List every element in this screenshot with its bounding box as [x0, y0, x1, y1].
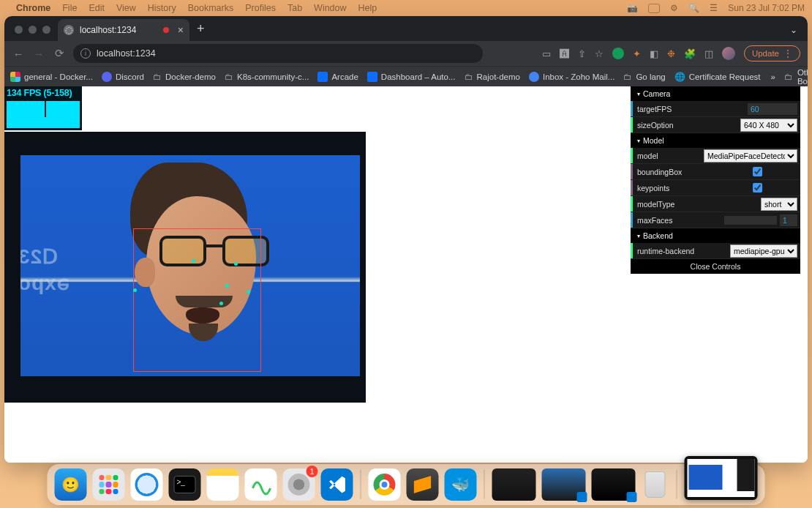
- tab-overflow-icon[interactable]: ⌄: [790, 25, 808, 41]
- bookmark-item[interactable]: general - Docker...: [10, 72, 93, 82]
- status-datetime[interactable]: Sun 23 Jul 7:02 PM: [728, 3, 805, 13]
- sidepanel-icon[interactable]: ◫: [704, 48, 713, 59]
- dock-chrome-icon[interactable]: [369, 468, 401, 501]
- gui-row-runtime: runtime-backend mediapipe-gpu: [631, 243, 800, 259]
- menu-tab[interactable]: Tab: [287, 3, 302, 13]
- url-text: localhost:1234: [97, 48, 156, 59]
- extensions-puzzle-icon[interactable]: 🧩: [684, 48, 696, 59]
- dock-window-stack[interactable]: [542, 468, 586, 501]
- gui-close-controls[interactable]: Close Controls: [631, 259, 800, 274]
- folder-icon: 🗀: [153, 72, 162, 82]
- sizeoption-select[interactable]: 640 X 480: [740, 119, 797, 132]
- maxfaces-input[interactable]: [780, 214, 797, 226]
- nav-reload-icon[interactable]: ⟳: [53, 47, 66, 60]
- bookmark-item[interactable]: Inbox - Zoho Mail...: [529, 72, 614, 82]
- maxfaces-slider[interactable]: [724, 216, 777, 225]
- gui-row-modeltype: modelType short: [631, 196, 800, 212]
- dock-launchpad-icon[interactable]: [93, 468, 125, 501]
- extension-icon[interactable]: ❉: [667, 48, 675, 59]
- face-keypoint: [225, 284, 229, 288]
- face-bounding-box: [133, 228, 261, 372]
- browser-tab[interactable]: ◌ localhost:1234 ×: [58, 19, 189, 41]
- gui-section-backend[interactable]: Backend: [631, 228, 800, 243]
- dock-settings-icon[interactable]: 1: [283, 468, 315, 501]
- window-traffic-lights[interactable]: [10, 26, 58, 41]
- status-search-icon[interactable]: 🔍: [688, 3, 699, 13]
- dock-window-stack[interactable]: [592, 468, 636, 501]
- menu-view[interactable]: View: [116, 3, 136, 13]
- chrome-window: ◌ localhost:1234 × + ⌄ ← → ⟳ i localhost…: [4, 16, 808, 463]
- bookmark-item[interactable]: 🌐Certificate Request: [674, 72, 761, 82]
- bookmark-item[interactable]: Dashboard – Auto...: [367, 72, 456, 82]
- chrome-update-button[interactable]: Update⋮: [744, 45, 800, 61]
- dock-freeform-icon[interactable]: [245, 468, 277, 501]
- status-camera-icon[interactable]: 📷: [627, 3, 638, 13]
- page-viewport: 134 FPS (5-158) ᗡ23 ǝxpo: [4, 86, 808, 463]
- macos-menubar: Chrome File Edit View History Bookmarks …: [0, 0, 812, 16]
- bookmark-item[interactable]: Discord: [102, 72, 144, 82]
- keypoints-checkbox[interactable]: [753, 183, 762, 193]
- address-bar[interactable]: i localhost:1234: [73, 44, 483, 63]
- share-icon[interactable]: ⇧: [578, 48, 586, 59]
- status-battery-icon[interactable]: [648, 4, 660, 13]
- dock-sublime-icon[interactable]: [407, 468, 439, 501]
- extension-icon[interactable]: ◧: [650, 48, 658, 59]
- menu-file[interactable]: File: [62, 3, 77, 13]
- dock-docker-icon[interactable]: 🐳: [445, 468, 477, 501]
- model-select[interactable]: MediaPipeFaceDetector: [704, 149, 797, 163]
- gui-section-model[interactable]: Model: [631, 133, 800, 148]
- dock-trash-icon[interactable]: [642, 468, 669, 501]
- menu-profiles[interactable]: Profiles: [245, 3, 276, 13]
- stats-fps-panel[interactable]: 134 FPS (5-158): [4, 86, 82, 130]
- menu-app[interactable]: Chrome: [16, 3, 50, 13]
- gui-row-keypoints: keypoints: [631, 180, 800, 196]
- menu-bookmarks[interactable]: Bookmarks: [188, 3, 234, 13]
- runtime-backend-select[interactable]: mediapipe-gpu: [730, 244, 797, 258]
- profile-avatar-icon[interactable]: [722, 47, 735, 60]
- bookmark-item[interactable]: Arcade: [317, 72, 358, 82]
- menu-window[interactable]: Window: [314, 3, 346, 13]
- discord-icon: [102, 72, 112, 82]
- nav-back-icon[interactable]: ←: [12, 48, 25, 60]
- targetfps-input[interactable]: [748, 103, 797, 115]
- dock-finder-icon[interactable]: 🙂: [55, 468, 87, 501]
- bookmark-star-icon[interactable]: ☆: [595, 48, 604, 59]
- dock-safari-icon[interactable]: [131, 468, 163, 501]
- dashboard-icon: [367, 72, 377, 82]
- bookmark-item[interactable]: 🗀K8s-community-c...: [225, 72, 309, 82]
- gui-section-camera[interactable]: Camera: [631, 86, 800, 101]
- camera-canvas: ᗡ23 ǝxpo: [4, 132, 366, 403]
- site-info-icon[interactable]: i: [80, 48, 91, 59]
- dock-terminal-icon[interactable]: >_: [169, 468, 201, 501]
- bookmark-item[interactable]: 🗀Rajot-demo: [465, 72, 520, 82]
- bookmark-item[interactable]: 🗀Go lang: [623, 72, 665, 82]
- dock-notes-icon[interactable]: [207, 468, 239, 501]
- dock-vscode-icon[interactable]: [321, 468, 353, 501]
- status-wifi-icon[interactable]: ⚙︎: [670, 3, 678, 13]
- nav-forward-icon: →: [32, 48, 45, 60]
- face-keypoint: [192, 259, 195, 263]
- cast-icon[interactable]: ▭: [542, 48, 551, 59]
- face-keypoint: [234, 262, 238, 266]
- extension-icon[interactable]: ✦: [633, 48, 641, 59]
- other-bookmarks[interactable]: Other Bookmarks: [797, 68, 808, 86]
- gui-row-boundingbox: boundingBox: [631, 164, 800, 180]
- modeltype-select[interactable]: short: [761, 198, 797, 211]
- boundingbox-checkbox[interactable]: [753, 167, 762, 176]
- menu-edit[interactable]: Edit: [89, 3, 105, 13]
- folder-icon: 🗀: [623, 72, 632, 82]
- menu-history[interactable]: History: [148, 3, 176, 13]
- translate-icon[interactable]: 🅰: [560, 48, 569, 59]
- bookmark-overflow-icon[interactable]: »: [770, 72, 775, 81]
- grammarly-ext-icon[interactable]: [612, 48, 624, 59]
- dock-window-stack[interactable]: [492, 468, 536, 501]
- tab-close-icon[interactable]: ×: [178, 25, 184, 35]
- new-tab-button[interactable]: +: [189, 21, 212, 41]
- dock-minimized-window[interactable]: [685, 456, 758, 500]
- bookmark-item[interactable]: 🗀Docker-demo: [153, 72, 216, 82]
- status-control-center-icon[interactable]: ☰: [710, 3, 718, 13]
- folder-icon: 🗀: [784, 72, 793, 82]
- menu-help[interactable]: Help: [358, 3, 377, 13]
- settings-badge: 1: [307, 466, 318, 477]
- tab-recording-icon: [163, 27, 169, 33]
